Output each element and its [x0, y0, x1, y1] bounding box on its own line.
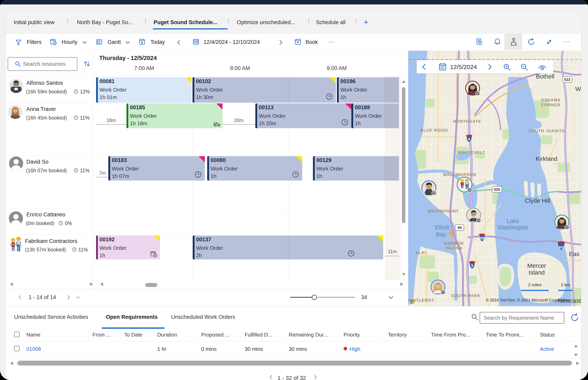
- svg-text:2 miles: 2 miles: [528, 282, 542, 287]
- svg-text:© 2024 TomTom, © 2024 Microsof: © 2024 TomTom, © 2024 Microsoft Corporat…: [486, 298, 570, 302]
- svg-text:2 km: 2 km: [561, 282, 570, 287]
